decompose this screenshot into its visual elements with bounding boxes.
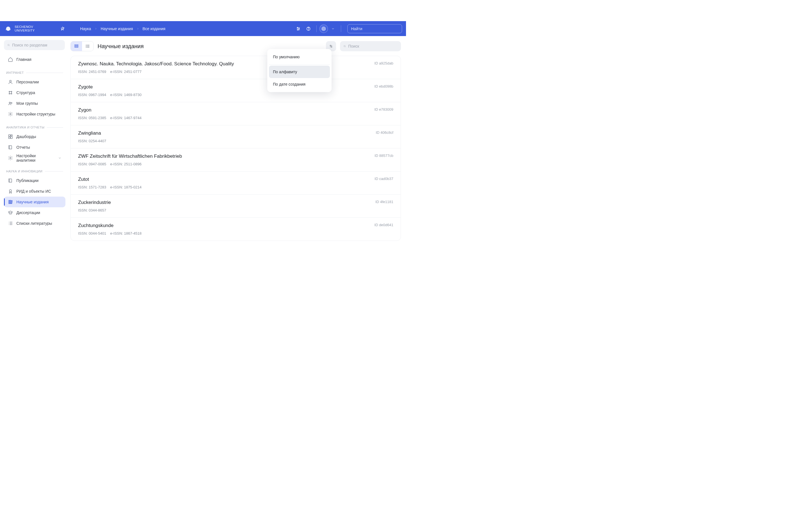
journal-issn: ISSN: 0591-2385 bbox=[78, 116, 106, 120]
journal-id: ID 4fe1181 bbox=[375, 200, 393, 204]
sidebar-item[interactable]: Отчеты bbox=[4, 142, 65, 153]
groups-icon bbox=[8, 101, 13, 106]
grid-icon bbox=[8, 90, 13, 95]
svg-point-27 bbox=[11, 103, 12, 104]
chevron-right-icon bbox=[137, 27, 139, 30]
journal-eissn: e-ISSN: 1875-0214 bbox=[110, 185, 142, 189]
header-search-input[interactable] bbox=[351, 26, 400, 31]
sidebar-item[interactable]: Настройки структуры bbox=[4, 109, 65, 119]
avatar[interactable] bbox=[319, 24, 328, 33]
logo-icon bbox=[4, 24, 12, 33]
journal-title: Zuchtungskunde bbox=[78, 223, 114, 228]
logo[interactable]: SECHENOVUNIVERSITY bbox=[4, 24, 57, 33]
journal-title: Zygote bbox=[78, 84, 93, 90]
header-search[interactable] bbox=[347, 24, 402, 33]
svg-point-52 bbox=[86, 46, 86, 46]
sidebar-item-label: Диссертации bbox=[16, 210, 40, 215]
svg-line-16 bbox=[9, 46, 10, 46]
journal-row[interactable]: Zywnosc. Nauka. Technologia. Jakosc/Food… bbox=[71, 56, 401, 79]
chevron-down-icon bbox=[331, 27, 335, 31]
svg-point-21 bbox=[11, 93, 12, 94]
svg-point-10 bbox=[323, 28, 324, 29]
pin-button[interactable] bbox=[57, 24, 68, 34]
sidebar-item[interactable]: Мои группы bbox=[4, 98, 65, 109]
journal-eissn: e-ISSN: 1469-8730 bbox=[110, 93, 142, 97]
svg-rect-38 bbox=[10, 200, 11, 204]
journal-list: Zywnosc. Nauka. Technologia. Jakosc/Food… bbox=[70, 56, 401, 241]
svg-line-55 bbox=[345, 47, 346, 47]
sidebar-item[interactable]: Дашборды bbox=[4, 131, 65, 142]
view-list-button[interactable] bbox=[82, 41, 93, 51]
sidebar-item-label: Настройки структуры bbox=[16, 112, 55, 116]
journal-row[interactable]: ZwinglianaID 406c8cfISSN: 0254-4407 bbox=[71, 125, 401, 149]
sidebar-item-label: Структура bbox=[16, 91, 35, 95]
card-view-icon bbox=[74, 44, 79, 48]
user-menu-chevron[interactable] bbox=[328, 24, 338, 34]
toolbar-search-input[interactable] bbox=[348, 44, 398, 48]
journal-title: ZWF Zeitschrift für Wirtschaftlichen Fab… bbox=[78, 154, 182, 159]
journal-id: ID de0d641 bbox=[374, 223, 393, 227]
sidebar-item[interactable]: Структура bbox=[4, 87, 65, 98]
journal-row[interactable]: ZWF Zeitschrift für Wirtschaftlichen Fab… bbox=[71, 149, 401, 172]
svg-rect-46 bbox=[75, 45, 78, 46]
sidebar-item-label: Мои группы bbox=[16, 101, 38, 106]
sidebar-item-label: Отчеты bbox=[16, 145, 30, 150]
sidebar-item[interactable]: Публикации bbox=[4, 175, 65, 186]
view-card-button[interactable] bbox=[71, 41, 82, 51]
toolbar-search[interactable] bbox=[340, 41, 401, 51]
svg-rect-39 bbox=[11, 201, 12, 204]
sidebar-item-label: Научные издания bbox=[16, 200, 49, 204]
journal-row[interactable]: ZygoteID ebd098bISSN: 0967-1994e-ISSN: 1… bbox=[71, 79, 401, 102]
journal-row[interactable]: ZuckerindustrieID 4fe1181ISSN: 0344-8657 bbox=[71, 194, 401, 218]
breadcrumb-1[interactable]: Научные издания bbox=[101, 26, 133, 31]
journal-row[interactable]: ZygonID e783009ISSN: 0591-2385e-ISSN: 14… bbox=[71, 102, 401, 125]
svg-point-36 bbox=[9, 189, 11, 192]
sidebar-group-title: НАУКА И ИННОВАЦИИ bbox=[6, 170, 43, 173]
sidebar-item[interactable]: Настройки аналитики bbox=[4, 153, 65, 163]
settings-button[interactable] bbox=[293, 24, 303, 34]
sidebar-search-input[interactable] bbox=[12, 43, 61, 47]
journal-row[interactable]: ZuchtungskundeID de0d641ISSN: 0044-5401e… bbox=[71, 218, 401, 240]
sidebar-group-title: АНАЛИТИКА И ОТЧЕТЫ bbox=[6, 126, 45, 129]
journal-issn: ISSN: 1571-7283 bbox=[78, 185, 106, 189]
sidebar-item[interactable]: РИД и объекты ИС bbox=[4, 186, 65, 196]
sidebar-item[interactable]: Научные издания bbox=[4, 196, 65, 207]
sort-option[interactable]: По дате создания bbox=[269, 78, 330, 91]
list-icon bbox=[8, 221, 13, 226]
svg-point-5 bbox=[297, 27, 298, 28]
help-button[interactable] bbox=[303, 24, 313, 34]
sidebar-item-label: Настройки аналитики bbox=[16, 154, 55, 163]
svg-rect-31 bbox=[11, 136, 12, 138]
journal-issn: ISSN: 0344-8657 bbox=[78, 208, 106, 212]
svg-point-19 bbox=[11, 91, 12, 92]
breadcrumb-2[interactable]: Все издания bbox=[143, 26, 165, 31]
svg-point-7 bbox=[297, 29, 298, 30]
journal-title: Zwingliana bbox=[78, 130, 101, 136]
journal-row[interactable]: ZutotID cad0b37ISSN: 1571-7283e-ISSN: 18… bbox=[71, 172, 401, 194]
sidebar-search[interactable] bbox=[4, 40, 65, 50]
sidebar-item[interactable]: Списки литературы bbox=[4, 218, 65, 229]
content: Научные издания Zywnosc. Nauka. Technolo… bbox=[69, 36, 406, 253]
help-icon bbox=[306, 26, 311, 31]
sidebar-item-label: РИД и объекты ИС bbox=[16, 189, 51, 193]
pin-icon bbox=[60, 26, 65, 31]
journal-title: Zywnosc. Nauka. Technologia. Jakosc/Food… bbox=[78, 61, 234, 67]
sort-option[interactable]: По алфавиту bbox=[269, 66, 330, 78]
svg-point-6 bbox=[299, 28, 299, 29]
sidebar-item[interactable]: Персоналии bbox=[4, 76, 65, 87]
home-icon bbox=[8, 57, 13, 62]
sort-dropdown: По умолчаниюПо алфавитуПо дате создания bbox=[267, 49, 332, 92]
journal-issn: ISSN: 0967-1994 bbox=[78, 93, 106, 97]
journal-eissn: e-ISSN: 1467-9744 bbox=[110, 116, 142, 120]
svg-rect-37 bbox=[9, 200, 10, 204]
journal-id: ID cad0b37 bbox=[375, 177, 394, 181]
journal-eissn: e-ISSN: 1867-4518 bbox=[110, 231, 142, 235]
sidebar-item[interactable]: Диссертации bbox=[4, 207, 65, 218]
chevron-right-icon bbox=[94, 27, 97, 30]
breadcrumb-0[interactable]: Наука bbox=[80, 26, 91, 31]
sliders-icon bbox=[296, 26, 301, 31]
sidebar-item-home[interactable]: Главная bbox=[4, 54, 65, 65]
grad-icon bbox=[8, 210, 13, 215]
svg-point-26 bbox=[9, 102, 11, 104]
sort-option[interactable]: По умолчанию bbox=[269, 51, 330, 63]
